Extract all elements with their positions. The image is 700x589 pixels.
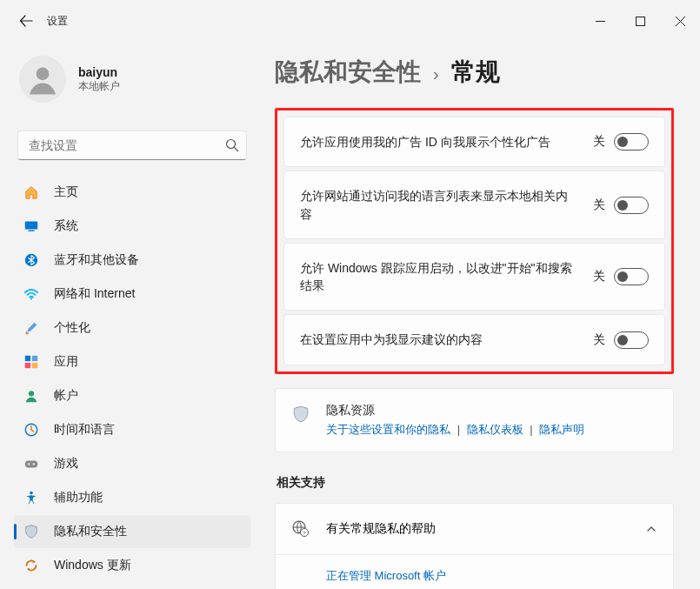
svg-rect-10 xyxy=(32,363,37,368)
toggle-switch[interactable] xyxy=(614,331,649,349)
toggle-state-text: 关 xyxy=(593,269,605,284)
minimize-button[interactable] xyxy=(580,7,620,35)
nav-label: Windows 更新 xyxy=(54,558,131,573)
breadcrumb-parent[interactable]: 隐私和安全性 xyxy=(275,56,421,89)
nav-list: 主页 系统 蓝牙和其他设备 网络和 Internet 个性化 xyxy=(14,176,254,589)
nav-network[interactable]: 网络和 Internet xyxy=(14,278,250,311)
nav-system[interactable]: 系统 xyxy=(14,210,250,243)
nav-apps[interactable]: 应用 xyxy=(14,345,250,378)
svg-point-2 xyxy=(227,140,236,149)
nav-label: 主页 xyxy=(54,184,78,200)
app-title: 设置 xyxy=(47,14,68,29)
user-name: baiyun xyxy=(78,65,120,79)
close-button[interactable] xyxy=(660,7,700,35)
nav-privacy[interactable]: 隐私和安全性 xyxy=(14,515,250,548)
link-privacy-dashboard[interactable]: 隐私仪表板 xyxy=(467,423,523,436)
toggle-row-suggested-content: 在设置应用中为我显示建议的内容 关 xyxy=(283,314,665,365)
nav-bluetooth[interactable]: 蓝牙和其他设备 xyxy=(14,244,250,277)
close-icon xyxy=(676,17,685,26)
search-input[interactable] xyxy=(17,131,247,160)
info-title: 隐私资源 xyxy=(326,403,584,418)
svg-rect-7 xyxy=(25,356,30,361)
svg-point-11 xyxy=(29,391,34,396)
gaming-icon xyxy=(23,455,40,472)
bluetooth-icon xyxy=(23,251,40,269)
maximize-button[interactable] xyxy=(620,7,660,35)
chevron-up-icon xyxy=(645,523,657,535)
link-about-settings[interactable]: 关于这些设置和你的隐私 xyxy=(326,423,450,436)
nav-time-language[interactable]: 时间和语言 xyxy=(14,413,250,446)
svg-rect-8 xyxy=(32,356,37,361)
time-icon xyxy=(23,421,40,438)
shield-icon xyxy=(291,405,310,424)
brush-icon xyxy=(23,319,40,337)
svg-rect-4 xyxy=(28,231,34,231)
link-manage-ms-account[interactable]: 正在管理 Microsoft 帐户 xyxy=(326,569,446,582)
separator: | xyxy=(530,423,532,436)
toggle-switch[interactable] xyxy=(614,268,649,285)
chevron-right-icon: › xyxy=(433,64,439,84)
toggle-switch[interactable] xyxy=(614,133,649,151)
home-icon xyxy=(23,184,40,201)
nav-label: 蓝牙和其他设备 xyxy=(54,252,139,268)
globe-help-icon: ? xyxy=(291,519,310,539)
system-icon xyxy=(23,218,40,235)
highlight-annotation: 允许应用使用我的广告 ID 向我展示个性化广告 关 允许网站通过访问我的语言列表… xyxy=(275,108,674,374)
section-heading: 相关支持 xyxy=(277,475,674,491)
nav-accessibility[interactable]: 辅助功能 xyxy=(14,481,250,514)
nav-label: 帐户 xyxy=(54,388,78,404)
toggle-state-text: 关 xyxy=(593,197,605,213)
separator: | xyxy=(457,423,460,436)
nav-label: 游戏 xyxy=(54,456,78,472)
nav-label: 应用 xyxy=(54,354,78,370)
svg-point-14 xyxy=(28,463,30,465)
privacy-resources-card: 隐私资源 关于这些设置和你的隐私 | 隐私仪表板 | 隐私声明 xyxy=(275,388,674,452)
nav-windows-update[interactable]: Windows 更新 xyxy=(14,549,250,582)
nav-label: 系统 xyxy=(54,218,78,234)
svg-point-16 xyxy=(30,492,33,495)
nav-label: 网络和 Internet xyxy=(54,286,135,302)
account-icon xyxy=(23,387,40,405)
svg-point-1 xyxy=(37,68,50,81)
page-title: 常规 xyxy=(451,56,500,89)
svg-point-15 xyxy=(33,463,35,465)
toggle-label: 在设置应用中为我显示建议的内容 xyxy=(300,331,593,348)
nav-label: 辅助功能 xyxy=(54,490,103,505)
toggle-label: 允许 Windows 跟踪应用启动，以改进"开始"和搜索结果 xyxy=(300,259,593,295)
toggle-label: 允许网站通过访问我的语言列表来显示本地相关内容 xyxy=(300,187,593,223)
expander-body: 正在管理 Microsoft 帐户 xyxy=(276,554,673,589)
toggle-row-language-list: 允许网站通过访问我的语言列表来显示本地相关内容 关 xyxy=(283,171,665,239)
nav-home[interactable]: 主页 xyxy=(14,176,250,209)
help-expander: ? 有关常规隐私的帮助 正在管理 Microsoft 帐户 xyxy=(275,503,674,589)
update-icon xyxy=(23,557,40,574)
svg-rect-13 xyxy=(25,460,37,467)
svg-point-6 xyxy=(30,298,32,299)
svg-rect-3 xyxy=(25,222,37,230)
nav-accounts[interactable]: 帐户 xyxy=(14,379,250,412)
wifi-icon xyxy=(23,285,40,303)
toggle-state-text: 关 xyxy=(593,332,605,348)
toggle-row-ad-id: 允许应用使用我的广告 ID 向我展示个性化广告 关 xyxy=(283,117,665,167)
maximize-icon xyxy=(636,17,645,26)
search-button[interactable] xyxy=(223,136,242,155)
back-button[interactable] xyxy=(12,7,40,35)
minimize-icon xyxy=(596,17,605,26)
nav-label: 个性化 xyxy=(54,320,90,336)
nav-personalization[interactable]: 个性化 xyxy=(14,311,250,345)
breadcrumb: 隐私和安全性 › 常规 xyxy=(275,56,674,89)
svg-rect-9 xyxy=(25,363,30,368)
user-profile[interactable]: baiyun 本地帐户 xyxy=(14,52,256,115)
toggle-label: 允许应用使用我的广告 ID 向我展示个性化广告 xyxy=(300,133,593,151)
link-privacy-statement[interactable]: 隐私声明 xyxy=(539,423,584,436)
expander-header[interactable]: ? 有关常规隐私的帮助 xyxy=(276,504,673,554)
nav-label: 时间和语言 xyxy=(54,422,115,438)
main-content: 隐私和安全性 › 常规 允许应用使用我的广告 ID 向我展示个性化广告 关 允许… xyxy=(261,42,700,589)
nav-gaming[interactable]: 游戏 xyxy=(14,447,250,480)
apps-icon xyxy=(23,353,40,371)
user-icon xyxy=(24,61,61,97)
privacy-icon xyxy=(23,523,40,540)
nav-label: 隐私和安全性 xyxy=(54,524,127,539)
toggle-switch[interactable] xyxy=(614,197,649,214)
svg-rect-0 xyxy=(636,17,644,25)
toggle-row-app-launch: 允许 Windows 跟踪应用启动，以改进"开始"和搜索结果 关 xyxy=(283,243,665,311)
